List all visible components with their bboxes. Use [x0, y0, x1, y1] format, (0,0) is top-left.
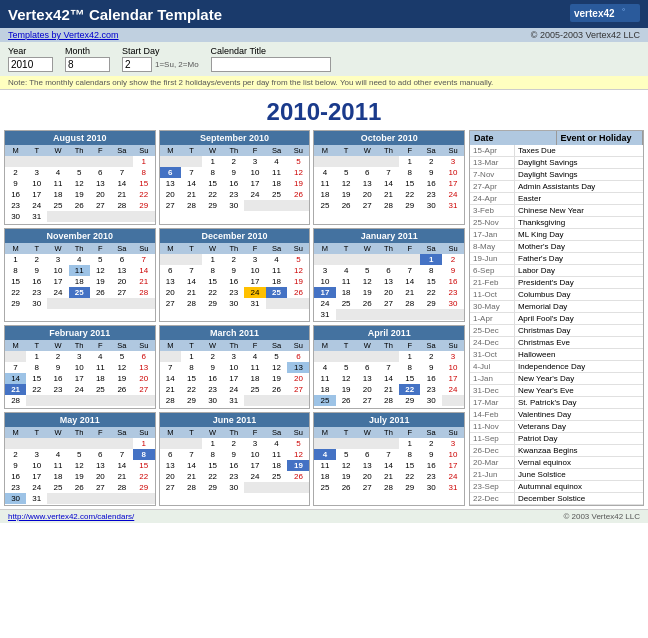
day-header: M	[160, 243, 181, 254]
calendar-day: 13	[90, 460, 111, 471]
day-header: W	[357, 427, 378, 438]
calendar-day	[133, 211, 155, 222]
holiday-name: Admin Assistants Day	[515, 181, 643, 192]
calendar-day: 15	[202, 276, 223, 287]
calendar-day: 13	[160, 276, 181, 287]
month-input[interactable]	[65, 57, 110, 72]
day-header: M	[160, 427, 181, 438]
calendar-day: 18	[314, 471, 335, 482]
calendar-day: 31	[26, 493, 47, 504]
calendar-day: 23	[223, 471, 244, 482]
calendar-day: 16	[442, 276, 464, 287]
calendar-day: 16	[420, 178, 442, 189]
start-input[interactable]	[122, 57, 152, 72]
calendar-day: 20	[160, 287, 181, 298]
calendar-day	[90, 493, 111, 504]
holiday-row: 15-AprTaxes Due	[470, 145, 643, 157]
calendar-day: 16	[202, 373, 223, 384]
calendar-title-input[interactable]	[211, 57, 331, 72]
calendar-day: 19	[69, 189, 90, 200]
calendar-day: 2	[223, 254, 244, 265]
calendar-day	[420, 309, 442, 320]
calendar-day: 6	[160, 449, 181, 460]
calendar-day: 10	[26, 460, 47, 471]
calendar-day: 15	[399, 460, 420, 471]
calendar-day	[266, 482, 288, 493]
calendar-day: 16	[47, 373, 68, 384]
calendar-day: 20	[90, 471, 111, 482]
calendar-day: 29	[399, 482, 420, 493]
calendar-day: 21	[378, 384, 399, 395]
calendar-day: 8	[133, 449, 155, 460]
calendar-day: 5	[111, 351, 133, 362]
calendar-day	[133, 493, 155, 504]
day-header: Th	[223, 145, 244, 156]
calendar-day	[47, 438, 68, 449]
calendar-day	[69, 211, 90, 222]
calendar-day: 14	[181, 178, 202, 189]
day-header: T	[181, 340, 202, 351]
day-header: W	[357, 145, 378, 156]
calendar-day: 26	[69, 482, 90, 493]
day-header: Th	[223, 340, 244, 351]
calendar-day: 31	[244, 298, 265, 309]
calendar-day: 10	[442, 167, 464, 178]
holiday-row: 11-NovVeterans Day	[470, 421, 643, 433]
holiday-date: 21-Jun	[470, 469, 515, 480]
calendar-day: 13	[111, 265, 133, 276]
day-header: F	[244, 427, 265, 438]
calendar-day: 21	[378, 189, 399, 200]
calendar-day: 8	[26, 362, 47, 373]
calendar-day: 22	[202, 287, 223, 298]
calendar-day	[378, 309, 399, 320]
calendar-day: 16	[223, 178, 244, 189]
template-link[interactable]: Templates by Vertex42.com	[8, 30, 119, 40]
month-table: MTWThFSaSu123456789101112131415161718192…	[160, 427, 310, 493]
calendar-day: 29	[202, 298, 223, 309]
footer-link[interactable]: http://www.vertex42.com/calendars/	[8, 512, 134, 521]
calendar-day: 13	[160, 178, 181, 189]
calendar-day: 26	[111, 384, 133, 395]
calendar-day	[69, 298, 90, 309]
app-title: Vertex42™ Calendar Template	[8, 6, 222, 23]
calendar-day: 27	[160, 200, 181, 211]
month-header: April 2011	[314, 326, 464, 340]
calendar-day: 17	[314, 287, 335, 298]
calendar-day: 25	[336, 298, 357, 309]
calendar-day	[160, 254, 181, 265]
svg-text:vertex42: vertex42	[574, 8, 615, 19]
calendar-day: 11	[266, 265, 288, 276]
calendar-day: 29	[202, 200, 223, 211]
calendar-day: 24	[442, 189, 464, 200]
calendar-day: 3	[442, 156, 464, 167]
calendar-day: 17	[26, 471, 47, 482]
calendar-day: 9	[202, 362, 223, 373]
day-header: T	[26, 145, 47, 156]
calendar-day: 24	[314, 298, 335, 309]
vertex-logo: vertex42 °	[570, 4, 640, 24]
calendar-day	[111, 438, 133, 449]
day-header: W	[47, 243, 68, 254]
holiday-row: 24-DecChristmas Eve	[470, 337, 643, 349]
calendar-day: 13	[357, 460, 378, 471]
calendar-day: 22	[26, 384, 47, 395]
holiday-date: 13-Mar	[470, 157, 515, 168]
calendar-day: 6	[160, 265, 181, 276]
calendar-day: 22	[420, 287, 442, 298]
holiday-date: 1-Apr	[470, 313, 515, 324]
calendar-day: 27	[378, 298, 399, 309]
holiday-date: 30-May	[470, 301, 515, 312]
calendar-day: 27	[111, 287, 133, 298]
month-header: September 2010	[160, 131, 310, 145]
year-input[interactable]	[8, 57, 53, 72]
holiday-row: 25-NovThanksgiving	[470, 217, 643, 229]
calendar-day: 14	[160, 373, 181, 384]
calendar-day	[69, 395, 90, 406]
day-header: F	[244, 243, 265, 254]
copyright: © 2005-2003 Vertex42 LLC	[531, 30, 640, 40]
calendar-day: 26	[90, 287, 111, 298]
calendar-day: 13	[287, 362, 309, 373]
calendar-day: 17	[223, 373, 244, 384]
calendar-day: 14	[378, 178, 399, 189]
calendar-day: 25	[90, 384, 111, 395]
